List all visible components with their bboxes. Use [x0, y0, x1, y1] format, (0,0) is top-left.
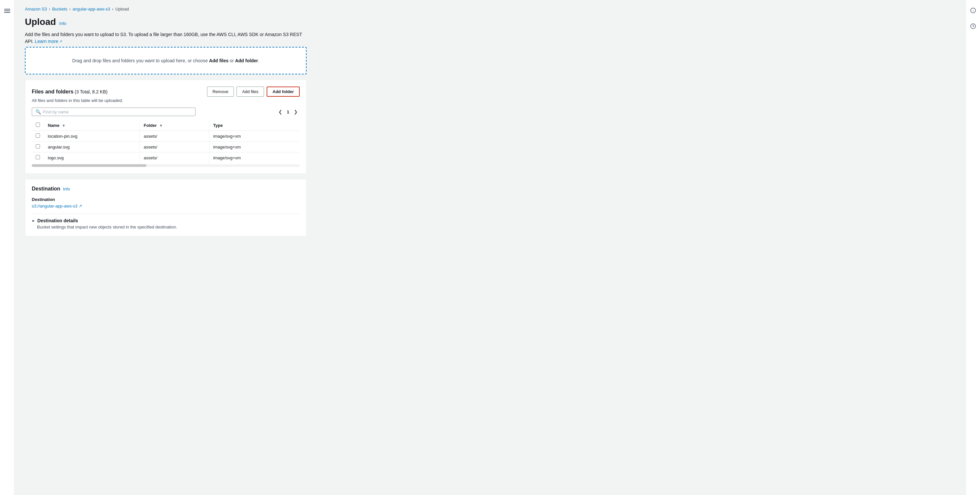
hamburger-icon[interactable] — [2, 5, 13, 16]
row-name: logo.svg — [44, 152, 140, 163]
breadcrumb-current: Upload — [115, 6, 129, 11]
destination-details-subtitle: Bucket settings that impact new objects … — [37, 225, 300, 230]
horizontal-scrollbar[interactable] — [32, 164, 300, 167]
destination-title: Destination — [32, 186, 60, 192]
section-count: (3 Total, 8.2 KB) — [75, 89, 107, 94]
breadcrumb-sep-1: › — [49, 7, 50, 11]
row-name: angular.svg — [44, 142, 140, 152]
row-checkbox[interactable] — [36, 133, 40, 138]
info-circle-icon[interactable] — [968, 5, 978, 16]
destination-details: ► Destination details Bucket settings th… — [32, 214, 300, 230]
row-checkbox[interactable] — [36, 144, 40, 148]
destination-external-icon: ↗ — [79, 204, 82, 209]
destination-info-link[interactable]: Info — [63, 187, 70, 192]
row-name: location-pin.svg — [44, 131, 140, 142]
select-all-checkbox[interactable] — [36, 123, 40, 127]
external-link-icon: ↗ — [59, 39, 62, 44]
destination-s3-link[interactable]: s3://angular-app-aws-s3 ↗ — [32, 204, 82, 209]
row-folder: assets/ — [140, 152, 209, 163]
table-row: angular.svgassets/image/svg+xm — [32, 142, 300, 152]
clock-icon[interactable] — [968, 21, 978, 32]
page-info-link[interactable]: Info — [59, 21, 67, 26]
pagination-prev-button[interactable]: ❮ — [277, 109, 284, 115]
files-table-scroll: Name ▼ Folder ▼ Type — [32, 120, 300, 163]
section-header: Files and folders (3 Total, 8.2 KB) Remo… — [32, 86, 300, 97]
section-buttons: Remove Add files Add folder — [207, 86, 300, 97]
page-title-row: Upload Info — [25, 17, 955, 27]
breadcrumb: Amazon S3 › Buckets › angular-app-aws-s3… — [25, 6, 955, 11]
learn-more-link[interactable]: Learn more ↗ — [35, 38, 62, 45]
section-title-group: Files and folders (3 Total, 8.2 KB) — [32, 89, 107, 95]
destination-section: Destination Info Destination s3://angula… — [25, 179, 307, 236]
section-title: Files and folders — [32, 89, 73, 94]
pagination-controls: ❮ 1 ❯ — [277, 109, 300, 115]
header-folder[interactable]: Folder ▼ — [140, 120, 209, 131]
search-icon: 🔍 — [35, 109, 41, 114]
files-folders-section: Files and folders (3 Total, 8.2 KB) Remo… — [25, 80, 307, 174]
row-checkbox-cell — [32, 131, 44, 142]
drop-zone[interactable]: Drag and drop files and folders you want… — [25, 47, 307, 74]
breadcrumb-sep-2: › — [69, 7, 70, 11]
row-type: image/svg+xm — [209, 142, 300, 152]
breadcrumb-amazon-s3[interactable]: Amazon S3 — [25, 6, 47, 11]
header-checkbox-cell — [32, 120, 44, 131]
row-checkbox-cell — [32, 142, 44, 152]
row-checkbox[interactable] — [36, 155, 40, 159]
folder-sort-icon: ▼ — [159, 124, 163, 128]
files-table: Name ▼ Folder ▼ Type — [32, 120, 300, 163]
page-description: Add the files and folders you want to up… — [25, 31, 307, 45]
main-content: Amazon S3 › Buckets › angular-app-aws-s3… — [14, 0, 966, 495]
row-type: image/svg+xm — [209, 131, 300, 142]
right-panel — [966, 0, 980, 495]
row-type: image/svg+xm — [209, 152, 300, 163]
pagination-page: 1 — [287, 110, 289, 114]
destination-label: Destination — [32, 197, 300, 202]
name-sort-icon: ▼ — [62, 124, 65, 128]
remove-button[interactable]: Remove — [207, 86, 234, 97]
row-checkbox-cell — [32, 152, 44, 163]
chevron-right-icon: ► — [32, 219, 35, 223]
search-pagination-row: 🔍 ❮ 1 ❯ — [32, 107, 300, 116]
header-name[interactable]: Name ▼ — [44, 120, 140, 131]
header-type: Type — [209, 120, 300, 131]
page-title: Upload — [25, 17, 56, 27]
drop-zone-text: Drag and drop files and folders you want… — [36, 58, 296, 63]
destination-header: Destination Info — [32, 186, 300, 192]
row-folder: assets/ — [140, 142, 209, 152]
breadcrumb-sep-3: › — [112, 7, 113, 11]
sidebar-toggle[interactable] — [0, 0, 14, 495]
destination-details-toggle[interactable]: ► Destination details — [32, 218, 300, 223]
search-input-wrapper[interactable]: 🔍 — [32, 107, 196, 116]
row-folder: assets/ — [140, 131, 209, 142]
breadcrumb-buckets[interactable]: Buckets — [52, 6, 67, 11]
breadcrumb-bucket-name[interactable]: angular-app-aws-s3 — [72, 6, 110, 11]
add-folder-button[interactable]: Add folder — [267, 86, 300, 97]
add-files-button[interactable]: Add files — [237, 86, 264, 97]
destination-value-group: Destination s3://angular-app-aws-s3 ↗ — [32, 197, 300, 209]
scroll-thumb[interactable] — [32, 164, 146, 167]
pagination-next-button[interactable]: ❯ — [292, 109, 300, 115]
table-row: location-pin.svgassets/image/svg+xm — [32, 131, 300, 142]
section-subtitle: All files and folders in this table will… — [32, 98, 300, 103]
destination-details-label: Destination details — [37, 218, 78, 223]
table-row: logo.svgassets/image/svg+xm — [32, 152, 300, 163]
search-input[interactable] — [43, 110, 192, 114]
